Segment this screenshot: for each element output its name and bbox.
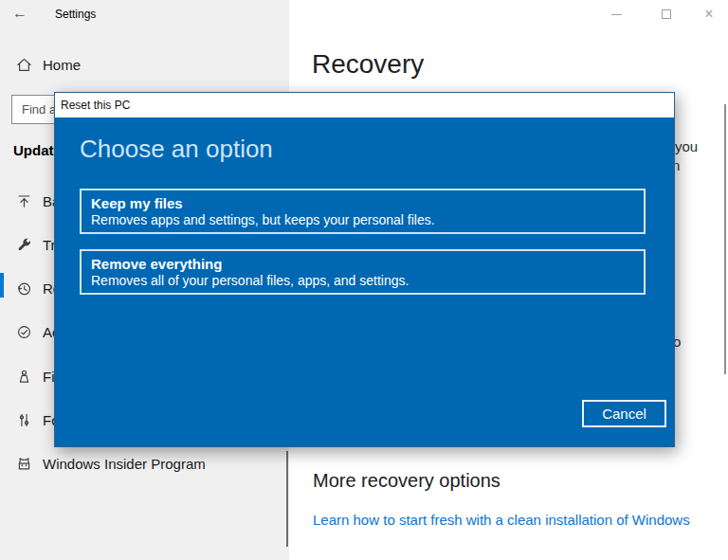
close-icon: × xyxy=(704,7,713,22)
clipped-paragraph-fragment: you xyxy=(675,138,698,154)
window-title: Settings xyxy=(55,8,96,21)
sidebar-item-windows-insider-program[interactable]: Windows Insider Program xyxy=(16,454,206,473)
activation-check-icon xyxy=(16,324,32,340)
maximize-button[interactable] xyxy=(652,0,681,28)
sidebar-item-home[interactable]: Home xyxy=(16,55,81,74)
minimize-button[interactable] xyxy=(602,0,630,28)
option-title: Remove everything xyxy=(91,256,644,273)
back-icon[interactable]: ← xyxy=(12,4,27,23)
backup-icon xyxy=(16,193,32,209)
close-button[interactable]: × xyxy=(695,0,723,28)
recovery-history-icon xyxy=(16,280,32,297)
option-title: Keep my files xyxy=(91,195,644,212)
main-scrollbar-thumb[interactable] xyxy=(724,104,726,374)
dialog-heading: Choose an option xyxy=(80,135,273,164)
windows-insider-ninjacat-icon xyxy=(16,456,32,472)
selected-item-indicator xyxy=(0,273,4,298)
option-keep-my-files[interactable]: Keep my files Removes apps and settings,… xyxy=(80,189,646,234)
for-developers-sliders-icon xyxy=(16,412,32,428)
start-fresh-link[interactable]: Learn how to start fresh with a clean in… xyxy=(313,512,690,528)
sidebar-item-label: Home xyxy=(43,57,81,73)
cancel-button[interactable]: Cancel xyxy=(582,400,666,427)
option-description: Removes all of your personal files, apps… xyxy=(91,273,644,288)
dialog-title: Reset this PC xyxy=(61,99,130,112)
sidebar-scrollbar-thumb[interactable] xyxy=(286,451,288,547)
sidebar-item-label: Windows Insider Program xyxy=(43,456,206,472)
find-my-device-icon xyxy=(16,369,32,385)
reset-this-pc-dialog: Reset this PC Choose an option Keep my f… xyxy=(54,92,675,447)
option-remove-everything[interactable]: Remove everything Removes all of your pe… xyxy=(80,249,646,295)
home-icon xyxy=(16,57,32,73)
maximize-icon xyxy=(662,9,671,19)
option-description: Removes apps and settings, but keeps you… xyxy=(91,212,644,227)
troubleshoot-wrench-icon xyxy=(16,237,32,253)
minimize-icon xyxy=(611,14,622,15)
more-recovery-options-heading: More recovery options xyxy=(313,470,500,492)
dialog-titlebar[interactable]: Reset this PC xyxy=(55,93,674,117)
page-title: Recovery xyxy=(312,49,424,80)
